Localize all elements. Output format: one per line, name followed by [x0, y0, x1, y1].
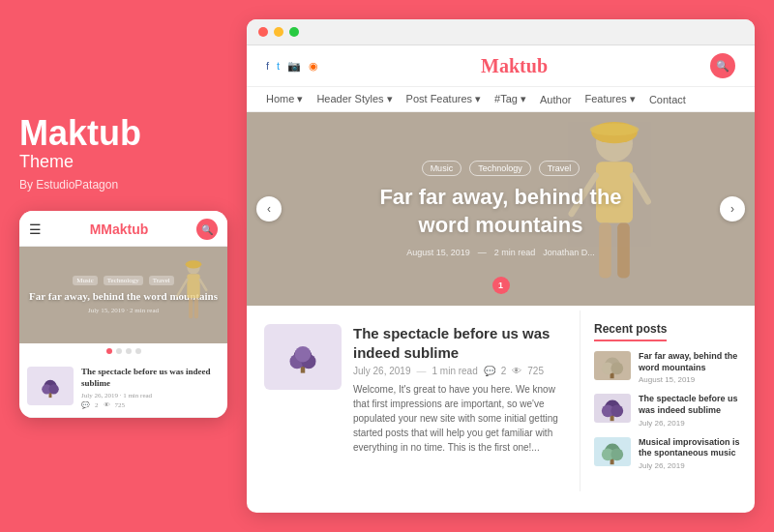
recent-thumb-img-2 — [597, 395, 628, 422]
mobile-hero-date: July 15, 2019 · 2 min read — [88, 307, 159, 314]
tree-icon-article — [288, 340, 317, 374]
mobile-article-thumbnail — [27, 367, 74, 405]
hero-meta: August 15, 2019 — 2 min read Jonathan D.… — [406, 248, 595, 257]
mobile-mockup: ☰ MMaktub 🔍 Music — [19, 211, 227, 418]
facebook-icon[interactable]: f — [266, 60, 269, 73]
recent-post-1: Far far away, behind the word mountains … — [594, 351, 741, 384]
svg-point-35 — [610, 448, 623, 460]
article-meta: July 26, 2019 — 1 min read 💬 2 👁 725 — [353, 366, 562, 376]
mobile-comments-icon: 💬 — [81, 401, 90, 409]
article-thumbnail — [264, 324, 342, 390]
sidebar-heading: Recent posts — [594, 322, 667, 341]
brand-title: Maktub — [19, 114, 227, 153]
hero-prev-button[interactable]: ‹ — [256, 196, 282, 222]
nav-tag[interactable]: #Tag ▾ — [494, 93, 526, 105]
browser-dot-close[interactable] — [258, 27, 268, 37]
hamburger-icon[interactable]: ☰ — [29, 222, 42, 238]
nav-features[interactable]: Features ▾ — [584, 93, 635, 105]
article-meta-dot2: 💬 — [484, 366, 495, 376]
recent-thumb-img-3 — [597, 438, 628, 465]
brand-by: By EstudioPatagon — [19, 178, 227, 192]
recent-post-3-title: Musical improvisation is the spontaneous… — [639, 437, 741, 459]
twitter-icon[interactable]: t — [277, 60, 280, 73]
nav-dot-2[interactable] — [116, 348, 122, 354]
hero-slider: Music Technology Travel Far far away, be… — [247, 112, 755, 306]
article-comments: 2 — [501, 366, 507, 376]
recent-thumb-1 — [594, 351, 631, 380]
browser-content: f t 📷 ◉ Maktub 🔍 Home ▾ Header Styles ▾ … — [247, 45, 755, 513]
article-views-icon: 👁 — [512, 366, 521, 376]
recent-post-2-content: The spectacle before us was indeed subli… — [639, 394, 741, 427]
nav-dot-4[interactable] — [135, 348, 141, 354]
mobile-hero-tags: Music Technology Travel — [73, 276, 173, 285]
mobile-article-meta: July 26, 2019 · 1 min read — [81, 392, 220, 399]
recent-post-3-date: July 26, 2019 — [639, 461, 741, 470]
site-nav: Home ▾ Header Styles ▾ Post Features ▾ #… — [247, 87, 755, 112]
recent-post-3-content: Musical improvisation is the spontaneous… — [639, 437, 741, 470]
nav-home[interactable]: Home ▾ — [266, 93, 303, 105]
nav-post-features[interactable]: Post Features ▾ — [406, 93, 482, 105]
nav-dot-1[interactable] — [106, 348, 112, 354]
mobile-logo-accent: M — [90, 222, 102, 237]
hero-meta-separator: — — [478, 248, 487, 257]
svg-rect-1 — [187, 274, 199, 298]
recent-post-1-title: Far far away, behind the word mountains — [639, 351, 741, 373]
mobile-search-button[interactable]: 🔍 — [196, 219, 218, 240]
instagram-icon[interactable]: 📷 — [287, 60, 301, 73]
article-read-time: 1 min read — [432, 366, 478, 376]
nav-header-styles[interactable]: Header Styles ▾ — [316, 93, 392, 105]
recent-post-1-date: August 15, 2019 — [639, 375, 741, 384]
browser-dot-minimize[interactable] — [274, 27, 283, 37]
left-panel: Maktub Theme By EstudioPatagon ☰ MMaktub… — [19, 114, 227, 419]
browser-dot-maximize[interactable] — [289, 27, 299, 37]
hero-content: Music Technology Travel Far far away, be… — [247, 112, 755, 306]
site-logo-text: aktub — [499, 55, 548, 76]
mobile-dots-nav — [19, 343, 227, 359]
nav-dot-3[interactable] — [126, 348, 132, 354]
hero-title: Far far away, behind the word mountains — [366, 184, 637, 239]
svg-point-10 — [49, 384, 59, 394]
article-title: The spectacle before us was indeed subli… — [353, 324, 562, 362]
mobile-logo: MMaktub — [90, 222, 149, 237]
tree-icon-mobile — [40, 373, 61, 399]
nav-contact[interactable]: Contact — [649, 93, 686, 105]
mobile-article-stats: 💬 2 👁 725 — [81, 401, 220, 409]
recent-post-3: Musical improvisation is the spontaneous… — [594, 437, 741, 470]
article-views: 725 — [527, 366, 544, 376]
article-body: The spectacle before us was indeed subli… — [353, 324, 562, 455]
hero-date: August 15, 2019 — [406, 248, 470, 257]
nav-author[interactable]: Author — [540, 93, 571, 105]
svg-point-27 — [610, 362, 623, 374]
hero-person-figure-mobile — [169, 256, 218, 343]
mobile-article-item: The spectacle before us was indeed subli… — [19, 359, 227, 418]
mobile-hero: Music Technology Travel Far far away, be… — [19, 247, 227, 343]
svg-point-23 — [295, 345, 312, 362]
mobile-views-icon: 👁 — [104, 401, 110, 409]
recent-post-1-content: Far far away, behind the word mountains … — [639, 351, 741, 384]
mobile-article-content: The spectacle before us was indeed subli… — [81, 367, 220, 409]
svg-rect-4 — [189, 298, 193, 318]
article-date: July 26, 2019 — [353, 366, 411, 376]
main-content: The spectacle before us was indeed subli… — [247, 310, 755, 491]
recent-thumb-2 — [594, 394, 631, 423]
recent-post-2: The spectacle before us was indeed subli… — [594, 394, 741, 427]
sidebar: Recent posts Far far away, — [580, 310, 755, 491]
site-logo-accent: M — [481, 55, 499, 76]
article-excerpt: Welcome, It's great to have you here. We… — [353, 382, 562, 455]
svg-point-6 — [186, 260, 202, 268]
hero-author: Jonathan D... — [543, 248, 595, 257]
site-social-links: f t 📷 ◉ — [266, 60, 318, 73]
app-wrapper: Maktub Theme By EstudioPatagon ☰ MMaktub… — [0, 0, 774, 532]
svg-point-31 — [610, 405, 623, 418]
recent-post-2-date: July 26, 2019 — [639, 419, 741, 428]
mobile-comments-count: 2 — [95, 401, 99, 409]
hero-tags: Music Technology Travel — [422, 161, 580, 176]
recent-thumb-3 — [594, 437, 631, 466]
site-search-button[interactable]: 🔍 — [710, 53, 735, 78]
recent-thumb-img-1 — [597, 352, 628, 379]
rss-icon[interactable]: ◉ — [309, 60, 318, 73]
mobile-article-title: The spectacle before us was indeed subli… — [81, 367, 220, 389]
brand-subtitle: Theme — [19, 152, 227, 172]
article-meta-dot1: — — [417, 366, 427, 376]
hero-next-button[interactable]: › — [720, 196, 745, 222]
